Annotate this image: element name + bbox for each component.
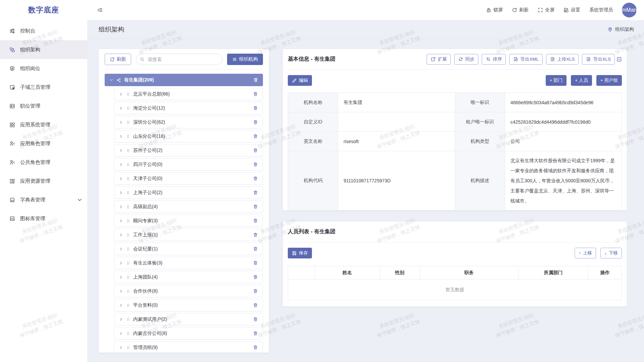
add-user-group-button[interactable]: + 用户组: [596, 75, 622, 86]
collapse-panel-icon[interactable]: [616, 57, 622, 62]
tree-node[interactable]: 会议纪要(1): [114, 243, 263, 255]
tree-node[interactable]: 北京平台总部(66): [114, 88, 263, 100]
sidebar-menu: 控制台组织架构组织岗位子域三员管理职位管理应用系统管理应用角色管理公共角色管理应…: [0, 21, 87, 228]
export-xls-button[interactable]: 导出XLS: [582, 54, 615, 65]
tree-node[interactable]: 合作伙伴(8): [114, 285, 263, 297]
tree-root-node[interactable]: 有生集团(209): [105, 74, 263, 86]
trash-icon[interactable]: [253, 77, 258, 82]
trash-icon[interactable]: [253, 204, 258, 209]
sidebar-item-org-position[interactable]: 组织岗位: [0, 59, 87, 78]
trash-icon[interactable]: [253, 331, 258, 336]
trash-icon[interactable]: [253, 289, 258, 294]
tree-node[interactable]: 海淀分公司(12): [114, 102, 263, 114]
sidebar-item-org-structure[interactable]: 组织架构: [0, 40, 87, 59]
tree-node[interactable]: 内蒙古分公司(8): [114, 327, 263, 340]
upload-xls-button[interactable]: 上传XLS: [546, 54, 579, 65]
trash-icon[interactable]: [253, 303, 258, 308]
tree-node[interactable]: 高级副总(4): [114, 200, 263, 213]
move-up-button[interactable]: ↑ 上移: [575, 248, 596, 258]
sidebar-item-console[interactable]: 控制台: [0, 21, 87, 40]
tree-node[interactable]: 管理员组(9): [114, 341, 263, 353]
export-xml-button[interactable]: 导出XML: [509, 54, 543, 65]
header-action-fullscreen[interactable]: 全屏: [538, 7, 554, 13]
edit-button[interactable]: 编辑: [288, 75, 312, 86]
org-structure-switch-button[interactable]: 组织机构: [227, 54, 263, 65]
app-role-icon: [9, 141, 15, 146]
header-action-settings[interactable]: 设置: [564, 7, 580, 13]
tree-node-label: 顾问专家(3): [133, 218, 158, 224]
tree-node-label: 深圳分公司(62): [133, 119, 165, 125]
field-label: 自定义ID: [288, 112, 338, 132]
sidebar-item-label: 组织岗位: [20, 65, 40, 72]
drag-icon: [126, 275, 130, 279]
move-down-button[interactable]: ↓ 下移: [600, 248, 622, 258]
sidebar-item-app-system-management[interactable]: 应用系统管理: [0, 115, 87, 134]
sidebar-item-label: 应用系统管理: [20, 122, 50, 128]
tree-node[interactable]: 顾问专家(3): [114, 215, 263, 227]
trash-icon[interactable]: [253, 162, 258, 167]
tree-node[interactable]: 工作上报(1): [114, 229, 263, 241]
tree-search-input[interactable]: [136, 54, 222, 65]
header-action-lock-screen[interactable]: 锁屏: [486, 7, 503, 13]
tree-node-label: 上海子公司(2): [133, 190, 162, 196]
chevron-down-icon[interactable]: [109, 78, 113, 82]
user-name[interactable]: 系统管理员: [589, 7, 613, 13]
tree-node-label: 工作上报(1): [133, 232, 158, 238]
trash-icon[interactable]: [253, 134, 258, 139]
field-value: c425281829dc4d4496ddddf7fc0198d0: [505, 112, 622, 132]
add-department-button[interactable]: + 部门: [546, 75, 567, 86]
drag-icon: [126, 134, 130, 138]
trash-icon[interactable]: [253, 260, 258, 265]
header-actions: 锁屏刷新全屏设置系统管理员mMan: [486, 3, 644, 17]
person-table: 姓名性别职务所属部门操作 暂无数据: [288, 266, 622, 300]
field-value: 北京有生博大软件股份有限公司成立于1999年，是一家专业的政务领域的软件开发和服…: [505, 151, 622, 210]
tree-node[interactable]: 有生云体验(3): [114, 257, 263, 269]
sync-icon: [458, 57, 463, 62]
sidebar-item-icon-library-management[interactable]: 图标库管理: [0, 209, 87, 228]
header-action-refresh[interactable]: 刷新: [512, 7, 529, 13]
add-person-button[interactable]: + 人员: [571, 75, 592, 86]
tree-search: [136, 54, 222, 65]
trash-icon[interactable]: [253, 120, 258, 125]
tree-node[interactable]: 四川子公司(0): [114, 158, 263, 171]
field-label: 机构类型: [455, 132, 505, 151]
tree-node[interactable]: 山东分公司(18): [114, 130, 263, 142]
sidebar-item-position-management[interactable]: 职位管理: [0, 97, 87, 115]
tree-node[interactable]: 苏州子公司(2): [114, 144, 263, 157]
trash-icon[interactable]: [253, 92, 258, 97]
trash-icon[interactable]: [253, 275, 258, 280]
tree-refresh-button[interactable]: 刷新: [105, 54, 131, 65]
sort-button[interactable]: 排序: [482, 54, 506, 65]
add-buttons: + 部门+ 人员+ 用户组: [546, 75, 622, 86]
sidebar-item-public-role-management[interactable]: 公共角色管理: [0, 153, 87, 172]
sidebar-item-app-resource-management[interactable]: 应用资源管理: [0, 172, 87, 190]
content-header: 组织架构 组织架构: [87, 20, 644, 39]
tree-node[interactable]: 上海子公司(2): [114, 186, 263, 199]
sidebar-item-dictionary-management[interactable]: 字典表管理: [0, 190, 87, 209]
trash-icon[interactable]: [253, 345, 258, 350]
save-button[interactable]: 保存: [288, 248, 312, 258]
sync-button[interactable]: 同步: [454, 54, 478, 65]
expand-button[interactable]: 扩展: [427, 54, 451, 65]
sidebar-collapse-icon[interactable]: [97, 7, 103, 13]
sidebar-item-app-role-management[interactable]: 应用角色管理: [0, 134, 87, 153]
tree-node[interactable]: 深圳分公司(62): [114, 116, 263, 128]
trash-icon[interactable]: [253, 218, 258, 223]
trash-icon[interactable]: [253, 317, 258, 322]
trash-icon[interactable]: [253, 176, 258, 181]
avatar[interactable]: mMan: [622, 3, 637, 17]
trash-icon[interactable]: [253, 246, 258, 251]
person-column-header: 职务: [420, 266, 519, 280]
trash-icon[interactable]: [253, 106, 258, 111]
drag-icon: [126, 191, 130, 195]
org-post-icon: [9, 66, 15, 71]
trash-icon[interactable]: [253, 190, 258, 195]
trash-icon[interactable]: [253, 148, 258, 153]
tree-node[interactable]: 天津子公司(0): [114, 172, 263, 185]
tree-toolbar: 刷新 组织机构: [105, 54, 263, 70]
tree-node[interactable]: 上海团队(4): [114, 271, 263, 283]
trash-icon[interactable]: [253, 232, 258, 237]
sidebar-item-subdomain-three-admins[interactable]: 子域三员管理: [0, 78, 87, 97]
tree-node[interactable]: 内蒙测试用户(2): [114, 313, 263, 325]
tree-node[interactable]: 平台资料(0): [114, 299, 263, 311]
